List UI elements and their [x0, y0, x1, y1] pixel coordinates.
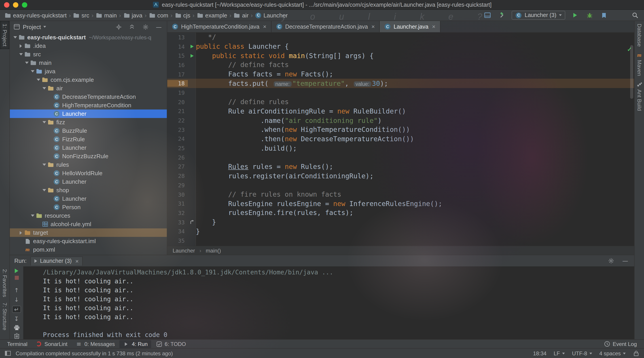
tree-item-helloworldrule[interactable]: CHelloWorldRule [10, 169, 167, 177]
project-settings-button[interactable] [141, 22, 150, 31]
toolwindow-button-ant-build[interactable]: Ant Build [634, 79, 644, 114]
toolwindow-button-6-todo[interactable]: 6: TODO [152, 340, 190, 348]
tree-collapse-chevron[interactable] [18, 230, 23, 235]
breadcrumb-java[interactable]: java [122, 12, 143, 18]
toolwindow-button-maven[interactable]: mMaven [634, 49, 644, 79]
toolwindow-button-7-structure[interactable]: 7: Structure [0, 300, 10, 333]
line-number[interactable]: 23 [167, 126, 188, 133]
toolwindow-button-sonarlint[interactable]: SonarLint [32, 340, 71, 348]
tree-item-idea[interactable]: .idea [10, 41, 167, 50]
toolwindow-button-2-favorites[interactable]: 2: Favorites [0, 267, 10, 300]
toolwindow-toggle-icon[interactable] [4, 350, 11, 357]
run-tab[interactable]: Launcher (3) × [31, 256, 83, 265]
toolwindow-button-4-run[interactable]: 4: Run [120, 340, 152, 348]
chevron-down-icon[interactable] [44, 26, 46, 28]
tree-item-person[interactable]: CPerson [10, 203, 167, 211]
tree-expand-chevron[interactable] [36, 77, 41, 82]
zoom-window-button[interactable] [22, 2, 27, 7]
tree-item-pom-xml[interactable]: mpom.xml [10, 245, 167, 254]
breadcrumb-cjs[interactable]: cjs [174, 12, 191, 18]
close-tab-icon[interactable]: × [372, 23, 375, 30]
tree-item-shop[interactable]: shop [10, 186, 167, 194]
line-number[interactable]: 19 [167, 89, 188, 96]
tree-item-alcohol-rule-yml[interactable]: alcohol-rule.yml [10, 220, 167, 228]
print-button[interactable] [12, 325, 21, 330]
close-tab-icon[interactable]: × [263, 23, 266, 30]
breadcrumb-src[interactable]: src [72, 12, 90, 18]
locate-file-button[interactable] [114, 22, 123, 31]
line-number[interactable]: 33 [167, 219, 188, 226]
run-line-icon[interactable] [190, 45, 194, 48]
line-ending-selector[interactable]: LF [554, 350, 565, 357]
gutter-mark-area[interactable] [188, 45, 196, 48]
tree-item-target[interactable]: target [10, 228, 167, 237]
scroll-to-end-button[interactable]: ↧ [12, 316, 21, 322]
stop-button[interactable] [12, 276, 21, 280]
tree-expand-chevron[interactable] [42, 188, 46, 193]
tree-item-easy-rules-quickstart-iml[interactable]: easy-rules-quickstart.iml [10, 237, 167, 245]
tree-item-resources[interactable]: resources [10, 211, 167, 220]
tree-item-rules[interactable]: rules [10, 160, 167, 169]
run-configuration-selector[interactable]: CLauncher (3) [512, 11, 565, 20]
tree-expand-chevron[interactable] [18, 52, 23, 57]
tree-expand-chevron[interactable] [12, 35, 18, 40]
hide-panel-button[interactable]: — [154, 22, 163, 31]
run-settings-button[interactable] [606, 256, 616, 265]
line-number[interactable]: 24 [167, 136, 188, 142]
lock-icon[interactable] [633, 350, 640, 357]
line-number[interactable]: 27 [167, 163, 188, 170]
tree-expand-chevron[interactable] [42, 120, 46, 125]
tree-item-com-cjs-example[interactable]: com.cjs.example [10, 75, 167, 84]
close-window-button[interactable] [4, 2, 10, 7]
tree-item-main[interactable]: main [10, 58, 167, 67]
close-run-tab-icon[interactable]: × [75, 258, 79, 264]
gutter-mark-area[interactable] [188, 219, 196, 225]
line-number[interactable]: 30 [167, 191, 188, 198]
toolwindow-button-database[interactable]: Database [634, 21, 644, 49]
tree-expand-chevron[interactable] [42, 86, 46, 91]
build-project-button[interactable] [497, 11, 506, 20]
tree-item-java[interactable]: java [10, 67, 167, 75]
run-button[interactable] [571, 11, 580, 20]
breadcrumb-method[interactable]: main() [206, 247, 221, 254]
code-editor[interactable]: ✓ 13 */14public class Launcher {15 publi… [167, 33, 634, 246]
toolwindow-button-0-messages[interactable]: ≡0: Messages [72, 340, 118, 348]
caret-position[interactable]: 18:34 [533, 350, 546, 357]
next-occurrence-button[interactable]: ↓ [12, 296, 21, 303]
toolwindow-button-event-log[interactable]: Event Log [600, 340, 640, 348]
breadcrumb-class[interactable]: Launcher [173, 247, 195, 254]
line-number[interactable]: 34 [167, 228, 188, 235]
rerun-button[interactable] [12, 269, 21, 273]
toolwindow-layout-button[interactable] [483, 11, 492, 20]
tree-item-launcher[interactable]: CLauncher [10, 194, 167, 203]
tree-expand-chevron[interactable] [30, 69, 35, 74]
tree-item-air[interactable]: air [10, 84, 167, 92]
line-number[interactable]: 29 [167, 182, 188, 189]
line-number[interactable]: 13 [167, 34, 188, 41]
toolwindow-button-1-project[interactable]: 1: Project [0, 21, 10, 49]
encoding-selector[interactable]: UTF-8 [572, 350, 592, 357]
line-number[interactable]: 18 [167, 80, 188, 87]
tree-item-hightemperaturecondition[interactable]: CHighTemperatureCondition [10, 101, 167, 109]
toolwindow-button-terminal[interactable]: Terminal [4, 340, 31, 348]
line-number[interactable]: 31 [167, 200, 188, 207]
line-number[interactable]: 32 [167, 210, 188, 216]
run-line-icon[interactable] [190, 54, 194, 57]
tree-item-launcher[interactable]: CLauncher [10, 143, 167, 152]
breadcrumb-launcher[interactable]: CLauncher [254, 12, 288, 18]
editor-tab-decreasetemperatureaction-java[interactable]: CDecreaseTemperatureAction.java× [271, 21, 380, 32]
clear-console-button[interactable] [12, 333, 21, 339]
line-number[interactable]: 25 [167, 145, 188, 151]
project-panel-title[interactable]: Project [23, 23, 41, 30]
editor-tab-hightemperaturecondition-java[interactable]: CHighTemperatureCondition.java× [167, 21, 271, 32]
tree-expand-chevron[interactable] [24, 60, 29, 65]
tree-item-src[interactable]: src [10, 50, 167, 58]
tree-item-decreasetemperatureaction[interactable]: CDecreaseTemperatureAction [10, 92, 167, 101]
breadcrumb-main[interactable]: main [95, 12, 118, 18]
editor-tab-launcher-java[interactable]: CLauncher.java× [380, 21, 440, 32]
tree-item-fizzrule[interactable]: CFizzRule [10, 135, 167, 143]
breadcrumb-com[interactable]: com [148, 12, 169, 18]
line-number[interactable]: 26 [167, 154, 188, 161]
tree-item-launcher[interactable]: CLauncher [10, 177, 167, 186]
tree-item-fizz[interactable]: fizz [10, 118, 167, 126]
